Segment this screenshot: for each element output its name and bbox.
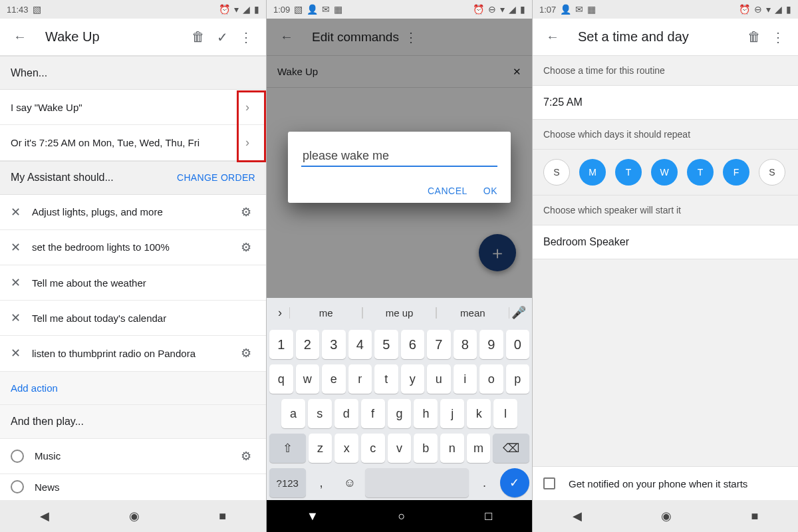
key-v[interactable]: v xyxy=(388,434,412,463)
action-row[interactable]: ✕ set the bedroom lights to 100% ⚙ xyxy=(0,230,266,265)
key-o[interactable]: o xyxy=(479,364,503,394)
key-y[interactable]: y xyxy=(401,364,425,394)
mic-icon[interactable]: 🎤 xyxy=(509,305,528,320)
when-trigger-say[interactable]: I say "Wake Up" › xyxy=(0,90,266,125)
key-p[interactable]: p xyxy=(506,364,530,394)
key-h[interactable]: h xyxy=(414,399,438,428)
command-input[interactable] xyxy=(301,146,497,167)
key-r[interactable]: r xyxy=(348,364,372,394)
key-w[interactable]: w xyxy=(296,364,320,394)
key-t[interactable]: t xyxy=(374,364,398,394)
key-l[interactable]: l xyxy=(493,399,517,428)
key-e[interactable]: e xyxy=(322,364,346,394)
action-row[interactable]: ✕ listen to thumbprint radio on Pandora … xyxy=(0,336,266,371)
key-q[interactable]: q xyxy=(269,364,293,394)
checkbox-unchecked-icon[interactable] xyxy=(543,477,555,489)
overflow-icon[interactable]: ⋮ xyxy=(234,25,258,49)
suggestion[interactable]: me xyxy=(289,307,362,319)
gear-icon[interactable]: ⚙ xyxy=(237,205,255,219)
space-key[interactable] xyxy=(365,468,469,497)
day-toggle[interactable]: W xyxy=(651,159,678,186)
key-m[interactable]: m xyxy=(467,434,491,463)
check-icon[interactable]: ✓ xyxy=(210,25,234,49)
add-action-button[interactable]: Add action xyxy=(0,372,266,405)
nav-back-icon[interactable]: ▼ xyxy=(307,509,319,523)
key-a[interactable]: a xyxy=(281,399,305,428)
key-7[interactable]: 7 xyxy=(427,330,451,359)
key-g[interactable]: g xyxy=(388,399,412,428)
day-toggle[interactable]: S xyxy=(759,159,785,186)
key-n[interactable]: n xyxy=(440,434,464,463)
suggestion[interactable]: mean xyxy=(436,307,509,319)
emoji-key[interactable]: ☺ xyxy=(336,468,362,497)
remove-action-icon[interactable]: ✕ xyxy=(11,205,32,219)
key-3[interactable]: 3 xyxy=(322,330,346,359)
key-c[interactable]: c xyxy=(361,434,385,463)
shift-key[interactable]: ⇧ xyxy=(269,434,306,463)
key-f[interactable]: f xyxy=(361,399,385,428)
key-x[interactable]: x xyxy=(334,434,358,463)
back-icon[interactable]: ← xyxy=(8,25,32,49)
key-z[interactable]: z xyxy=(309,434,332,463)
key-6[interactable]: 6 xyxy=(401,330,425,359)
symbols-key[interactable]: ?123 xyxy=(269,468,306,497)
nav-recent-icon[interactable]: □ xyxy=(485,509,492,523)
key-i[interactable]: i xyxy=(454,364,477,394)
change-order-button[interactable]: CHANGE ORDER xyxy=(177,172,255,183)
backspace-key[interactable]: ⌫ xyxy=(493,434,529,463)
cancel-button[interactable]: CANCEL xyxy=(428,186,467,196)
nav-recent-icon[interactable]: ■ xyxy=(751,509,758,523)
key-5[interactable]: 5 xyxy=(374,330,398,359)
nav-back-icon[interactable]: ◀ xyxy=(40,509,49,523)
nav-home-icon[interactable]: ◉ xyxy=(661,509,672,523)
when-trigger-time[interactable]: Or it's 7:25 AM on Mon, Tue, Wed, Thu, F… xyxy=(0,125,266,160)
radio-unchecked-icon[interactable] xyxy=(11,450,24,463)
nav-home-icon[interactable]: ○ xyxy=(398,509,406,523)
play-option-news[interactable]: News xyxy=(0,474,266,500)
key-1[interactable]: 1 xyxy=(269,330,293,359)
remove-action-icon[interactable]: ✕ xyxy=(11,346,32,360)
key-8[interactable]: 8 xyxy=(454,330,477,359)
day-toggle[interactable]: S xyxy=(543,159,570,186)
ok-button[interactable]: OK xyxy=(483,186,497,196)
expand-suggestions-icon[interactable]: › xyxy=(271,306,289,320)
action-row[interactable]: ✕ Adjust lights, plugs, and more ⚙ xyxy=(0,195,266,230)
key-b[interactable]: b xyxy=(414,434,438,463)
time-value[interactable]: 7:25 AM xyxy=(533,86,798,120)
remove-action-icon[interactable]: ✕ xyxy=(11,275,32,290)
enter-key[interactable]: ✓ xyxy=(500,468,529,497)
back-icon[interactable]: ← xyxy=(541,25,565,49)
play-option-music[interactable]: Music ⚙ xyxy=(0,439,266,474)
key-4[interactable]: 4 xyxy=(348,330,372,359)
key-j[interactable]: j xyxy=(440,399,464,428)
key-k[interactable]: k xyxy=(467,399,491,428)
action-row[interactable]: ✕ Tell me about the weather xyxy=(0,265,266,301)
delete-icon[interactable]: 🗑 xyxy=(186,25,210,49)
nav-recent-icon[interactable]: ■ xyxy=(219,509,226,523)
nav-home-icon[interactable]: ◉ xyxy=(129,509,140,523)
comma-key[interactable]: , xyxy=(309,468,334,497)
key-s[interactable]: s xyxy=(308,399,332,428)
delete-icon[interactable]: 🗑 xyxy=(742,25,766,49)
suggestion[interactable]: me up xyxy=(362,307,436,319)
overflow-icon[interactable]: ⋮ xyxy=(766,25,790,49)
period-key[interactable]: . xyxy=(471,468,497,497)
key-d[interactable]: d xyxy=(334,399,358,428)
gear-icon[interactable]: ⚙ xyxy=(237,449,255,464)
speaker-value[interactable]: Bedroom Speaker xyxy=(533,225,798,259)
gear-icon[interactable]: ⚙ xyxy=(237,240,255,255)
day-toggle[interactable]: M xyxy=(579,159,606,186)
remove-action-icon[interactable]: ✕ xyxy=(11,311,32,325)
nav-back-icon[interactable]: ◀ xyxy=(573,509,582,523)
notify-row[interactable]: Get notified on your phone when it start… xyxy=(533,466,798,500)
day-toggle[interactable]: F xyxy=(723,159,749,186)
remove-action-icon[interactable]: ✕ xyxy=(11,240,32,255)
day-toggle[interactable]: T xyxy=(687,159,714,186)
day-toggle[interactable]: T xyxy=(615,159,642,186)
gear-icon[interactable]: ⚙ xyxy=(237,346,255,360)
key-2[interactable]: 2 xyxy=(296,330,320,359)
action-row[interactable]: ✕ Tell me about today's calendar xyxy=(0,301,266,336)
key-9[interactable]: 9 xyxy=(479,330,503,359)
key-0[interactable]: 0 xyxy=(506,330,530,359)
key-u[interactable]: u xyxy=(427,364,451,394)
